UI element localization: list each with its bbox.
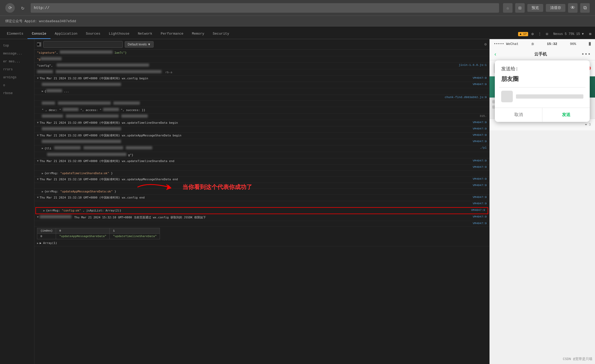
console-log-area[interactable]: "signature", 1ae7c"} "g "config", jixin-… — [34, 50, 489, 364]
filter-input[interactable] — [43, 41, 123, 48]
log-entry: ▶ { ... — [34, 88, 489, 95]
eye-icon[interactable]: 👁 — [568, 3, 578, 13]
preview-button[interactable]: 预览 — [527, 4, 543, 12]
settings-icon[interactable]: ⚙ — [530, 31, 534, 37]
arrow-icon: ▶ — [42, 172, 43, 175]
phone-time: 15:32 — [547, 42, 557, 46]
sidebar-item-top[interactable]: top — [0, 42, 34, 50]
share-dialog: 发送给: 朋友圈 取消 发送 — [495, 60, 590, 122]
browser-actions: ☆ ⊡ 预览 清缓存 👁 ⧉ — [503, 3, 590, 13]
phone-nav-bar: ‹ 云手机 ••• — [490, 49, 595, 60]
log-entry-group[interactable]: ▼ Thu Mar 21 2024 15:32:10 GMT+0800 (中国标… — [34, 177, 489, 183]
log-entry-group-config-end[interactable]: ▼ Thu Mar 21 2024 15:32:10 GMT+0800 (中国标… — [34, 195, 489, 201]
phone-back-button[interactable]: ‹ — [494, 51, 497, 57]
arrow-icon: ▼ — [37, 216, 39, 219]
tab-lighthouse[interactable]: Lighthouse — [104, 29, 133, 39]
appid-label: 绑定公众号 Appid: wxcdaa6eaa3487e5dd — [5, 19, 76, 24]
phone-wifi-icon: 奈 — [531, 42, 534, 46]
log-entry: g"} — [34, 152, 489, 159]
more-icon[interactable]: ⋮ — [537, 31, 543, 37]
device-selector[interactable]: Nexus 5 75% 15 ▼ — [551, 31, 586, 37]
log-entry: chunk-find.d983ab92.js:9 — [34, 95, 489, 101]
phone-more-button[interactable]: ••• — [581, 51, 591, 57]
tab-application[interactable]: Application — [50, 29, 82, 39]
arrow-icon: ▶ — [42, 90, 43, 93]
default-levels-button[interactable]: Default levels ▼ — [125, 41, 154, 48]
console-filter-bar: ■ Default levels ▼ ⚙ — [34, 39, 489, 50]
folder-button[interactable]: ⊡ — [515, 3, 525, 13]
log-entry: 315. — [34, 114, 489, 120]
table-row: 0 "updateAppMessageShareData" "updateTim… — [37, 233, 160, 239]
phone-signal: ••••• WeChat — [494, 42, 519, 46]
console-sidebar: top message... er mes... rrors arnings o… — [0, 39, 34, 364]
arrow-icon: ▶ — [43, 209, 45, 212]
share-cancel-button[interactable]: 取消 — [495, 108, 542, 122]
filter-gear-icon[interactable]: ⚙ — [485, 42, 487, 47]
star-button[interactable]: ☆ — [503, 3, 513, 13]
stack-icon[interactable]: ⧉ — [580, 3, 590, 13]
share-contact-row — [495, 87, 590, 105]
main-layout: top message... er mes... rrors arnings o… — [0, 39, 595, 364]
log-entry: "g — [34, 56, 489, 63]
log-entry: VM4047:9 — [34, 221, 489, 227]
log-entry: " , desc: " ", access: " ", success: }} — [34, 107, 489, 114]
sidebar-item-message[interactable]: message... — [0, 50, 34, 58]
log-entry-group[interactable]: ▼ Thu Mar 21 2024 15:32:09 GMT+0800 (中国标… — [34, 76, 489, 82]
log-entry: ▶ {errMsg: "updateAppMessageShareData:ok… — [34, 189, 489, 195]
sidebar-item-verbose[interactable]: rbose — [0, 89, 34, 97]
phone-battery-icon: ▓ — [589, 42, 591, 46]
warning-badge[interactable]: ▲ 17 — [518, 32, 528, 36]
share-dialog-title: 发送给: — [495, 60, 590, 74]
log-entry: VM4047:9 — [34, 183, 489, 189]
tab-sources[interactable]: Sources — [82, 29, 105, 39]
console-table: (index) 0 1 0 "updateAppMessageShareData… — [37, 228, 160, 239]
sidebar-item-warnings[interactable]: arnings — [0, 73, 34, 81]
log-entry-group[interactable]: ▼ Thu Mar 21 2024 15:32:09 GMT+0800 (中国标… — [34, 158, 489, 165]
log-entry: rb-a — [34, 69, 489, 76]
log-entry-group[interactable]: ▼ Thu Mar 21 2024 15:32:10 GMT+0800 当前页面… — [34, 214, 489, 221]
csdn-watermark: CSDN @宽带是只喵 — [563, 357, 592, 361]
likes-count: ❤ 3 — [585, 123, 591, 127]
arrow-icon: ▶ — [37, 242, 39, 245]
log-entry: VM4047:9 — [34, 82, 489, 89]
arrow-icon: ▶ — [42, 147, 43, 150]
log-entry: VM4047:9 — [34, 201, 489, 207]
tab-security[interactable]: Security — [209, 29, 233, 39]
filter-block[interactable]: ■ — [37, 42, 41, 47]
devtools-icons: ▲ 17 ⚙ ⋮ ⊡ Nexus 5 75% 15 ▼ ⊞ — [518, 31, 592, 39]
browser-top-bar: ⟳ ↻ http:// ☆ ⊡ 预览 清缓存 👁 ⧉ — [0, 0, 595, 16]
sidebar-item-errors[interactable]: rrors — [0, 66, 34, 73]
arrow-icon: ▼ — [37, 196, 39, 199]
appid-bar: 绑定公众号 Appid: wxcdaa6eaa3487e5dd — [0, 16, 595, 26]
undock-icon[interactable]: ⊡ — [545, 31, 549, 37]
phone-status-bar: ••••• WeChat 奈 15:32 96% ▓ — [490, 39, 595, 49]
tab-elements[interactable]: Elements — [3, 29, 27, 39]
arrow-icon: ▼ — [37, 77, 39, 80]
url-bar[interactable]: http:// — [31, 3, 499, 13]
log-entry: VM4047:9 — [34, 139, 489, 146]
tab-network[interactable]: Network — [133, 29, 156, 39]
log-entry: ▶ {errMsg: "updateTimelineShareData:ok" … — [34, 171, 489, 177]
tab-performance[interactable]: Performance — [156, 29, 188, 39]
log-entry: VM4047:9 — [34, 126, 489, 133]
refresh-button[interactable]: ↻ — [19, 4, 27, 12]
tab-memory[interactable]: Memory — [188, 29, 209, 39]
clear-cache-button[interactable]: 清缓存 — [546, 4, 565, 12]
share-contact-avatar — [501, 91, 513, 102]
log-entry-config-ok: ▶ {errMsg: "config:ok" , jsApiList: Arra… — [35, 207, 488, 214]
log-entry-array[interactable]: ▶ ▶ Array(1) — [34, 240, 489, 247]
sidebar-item-errors-more[interactable]: er mes... — [0, 58, 34, 66]
log-entry: "signature", 1ae7c"} — [34, 50, 489, 56]
log-entry: "config", jixin-1.6.0.js:1 — [34, 63, 489, 69]
log-entry: VM4047:9 — [34, 165, 489, 171]
responsive-icon[interactable]: ⊞ — [588, 31, 592, 37]
url-text: http:// — [34, 6, 49, 10]
log-entry-group[interactable]: ▼ Thu Mar 21 2024 15:32:09 GMT+0800 (中国标… — [34, 133, 489, 139]
share-send-button[interactable]: 发送 — [542, 108, 590, 122]
log-entry-group[interactable]: ▼ Thu Mar 21 2024 15:32:09 GMT+0800 (中国标… — [34, 120, 489, 126]
browser-tab-icon: ⟳ — [5, 3, 15, 13]
sidebar-item-o[interactable]: o — [0, 81, 34, 89]
arrow-icon: ▼ — [37, 178, 39, 181]
phone-panel: ••••• WeChat 奈 15:32 96% ▓ ‹ 云手机 ••• 🔔 购… — [489, 39, 595, 364]
tab-console[interactable]: Console — [27, 29, 50, 39]
